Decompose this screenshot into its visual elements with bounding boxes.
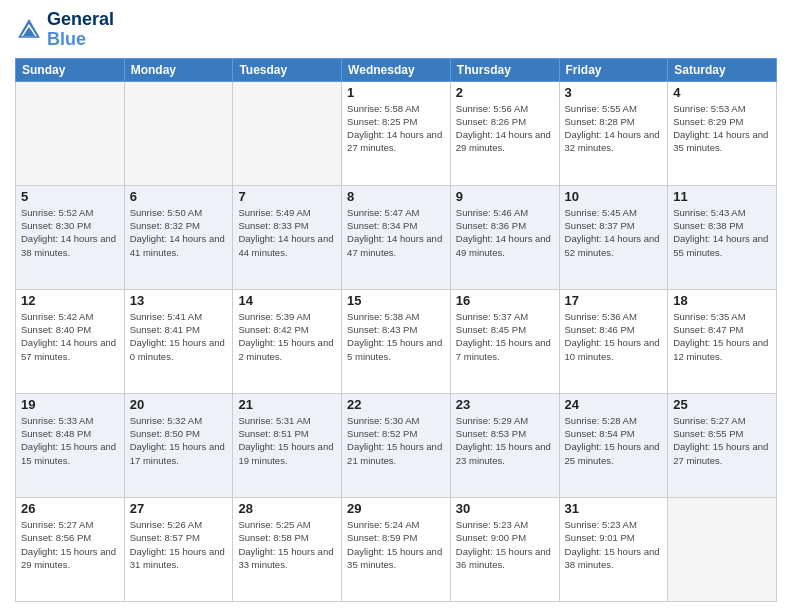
day-number: 2: [456, 85, 554, 100]
day-info: Sunrise: 5:49 AM Sunset: 8:33 PM Dayligh…: [238, 206, 336, 259]
day-number: 11: [673, 189, 771, 204]
day-number: 14: [238, 293, 336, 308]
day-number: 4: [673, 85, 771, 100]
day-number: 8: [347, 189, 445, 204]
day-info: Sunrise: 5:24 AM Sunset: 8:59 PM Dayligh…: [347, 518, 445, 571]
calendar-cell: 28Sunrise: 5:25 AM Sunset: 8:58 PM Dayli…: [233, 497, 342, 601]
day-info: Sunrise: 5:50 AM Sunset: 8:32 PM Dayligh…: [130, 206, 228, 259]
calendar-cell: 19Sunrise: 5:33 AM Sunset: 8:48 PM Dayli…: [16, 393, 125, 497]
calendar-cell: 7Sunrise: 5:49 AM Sunset: 8:33 PM Daylig…: [233, 185, 342, 289]
day-number: 7: [238, 189, 336, 204]
calendar-cell: 20Sunrise: 5:32 AM Sunset: 8:50 PM Dayli…: [124, 393, 233, 497]
calendar-cell: 22Sunrise: 5:30 AM Sunset: 8:52 PM Dayli…: [342, 393, 451, 497]
calendar-cell: [16, 81, 125, 185]
calendar-cell: 3Sunrise: 5:55 AM Sunset: 8:28 PM Daylig…: [559, 81, 668, 185]
day-info: Sunrise: 5:31 AM Sunset: 8:51 PM Dayligh…: [238, 414, 336, 467]
day-info: Sunrise: 5:27 AM Sunset: 8:55 PM Dayligh…: [673, 414, 771, 467]
calendar-cell: 31Sunrise: 5:23 AM Sunset: 9:01 PM Dayli…: [559, 497, 668, 601]
calendar-cell: 10Sunrise: 5:45 AM Sunset: 8:37 PM Dayli…: [559, 185, 668, 289]
calendar-cell: 5Sunrise: 5:52 AM Sunset: 8:30 PM Daylig…: [16, 185, 125, 289]
weekday-header-wednesday: Wednesday: [342, 58, 451, 81]
day-number: 15: [347, 293, 445, 308]
weekday-header-monday: Monday: [124, 58, 233, 81]
week-row-4: 19Sunrise: 5:33 AM Sunset: 8:48 PM Dayli…: [16, 393, 777, 497]
calendar-cell: 1Sunrise: 5:58 AM Sunset: 8:25 PM Daylig…: [342, 81, 451, 185]
day-info: Sunrise: 5:23 AM Sunset: 9:00 PM Dayligh…: [456, 518, 554, 571]
day-info: Sunrise: 5:42 AM Sunset: 8:40 PM Dayligh…: [21, 310, 119, 363]
weekday-header-saturday: Saturday: [668, 58, 777, 81]
calendar-cell: 27Sunrise: 5:26 AM Sunset: 8:57 PM Dayli…: [124, 497, 233, 601]
day-info: Sunrise: 5:27 AM Sunset: 8:56 PM Dayligh…: [21, 518, 119, 571]
day-number: 5: [21, 189, 119, 204]
weekday-header-row: SundayMondayTuesdayWednesdayThursdayFrid…: [16, 58, 777, 81]
day-number: 29: [347, 501, 445, 516]
day-number: 21: [238, 397, 336, 412]
calendar-cell: [233, 81, 342, 185]
day-number: 6: [130, 189, 228, 204]
logo-general: General: [47, 10, 114, 30]
day-info: Sunrise: 5:58 AM Sunset: 8:25 PM Dayligh…: [347, 102, 445, 155]
calendar-cell: 6Sunrise: 5:50 AM Sunset: 8:32 PM Daylig…: [124, 185, 233, 289]
calendar-cell: 23Sunrise: 5:29 AM Sunset: 8:53 PM Dayli…: [450, 393, 559, 497]
day-info: Sunrise: 5:47 AM Sunset: 8:34 PM Dayligh…: [347, 206, 445, 259]
day-info: Sunrise: 5:28 AM Sunset: 8:54 PM Dayligh…: [565, 414, 663, 467]
day-number: 26: [21, 501, 119, 516]
calendar-cell: 30Sunrise: 5:23 AM Sunset: 9:00 PM Dayli…: [450, 497, 559, 601]
day-number: 31: [565, 501, 663, 516]
day-number: 23: [456, 397, 554, 412]
calendar-cell: 17Sunrise: 5:36 AM Sunset: 8:46 PM Dayli…: [559, 289, 668, 393]
day-number: 16: [456, 293, 554, 308]
day-number: 19: [21, 397, 119, 412]
week-row-1: 1Sunrise: 5:58 AM Sunset: 8:25 PM Daylig…: [16, 81, 777, 185]
header: General Blue: [15, 10, 777, 50]
day-info: Sunrise: 5:29 AM Sunset: 8:53 PM Dayligh…: [456, 414, 554, 467]
day-info: Sunrise: 5:23 AM Sunset: 9:01 PM Dayligh…: [565, 518, 663, 571]
weekday-header-sunday: Sunday: [16, 58, 125, 81]
day-info: Sunrise: 5:55 AM Sunset: 8:28 PM Dayligh…: [565, 102, 663, 155]
calendar-cell: 8Sunrise: 5:47 AM Sunset: 8:34 PM Daylig…: [342, 185, 451, 289]
calendar-cell: 14Sunrise: 5:39 AM Sunset: 8:42 PM Dayli…: [233, 289, 342, 393]
logo-blue: Blue: [47, 30, 114, 50]
weekday-header-thursday: Thursday: [450, 58, 559, 81]
day-number: 25: [673, 397, 771, 412]
calendar-table: SundayMondayTuesdayWednesdayThursdayFrid…: [15, 58, 777, 602]
logo: General Blue: [15, 10, 114, 50]
weekday-header-friday: Friday: [559, 58, 668, 81]
day-info: Sunrise: 5:43 AM Sunset: 8:38 PM Dayligh…: [673, 206, 771, 259]
calendar-cell: [124, 81, 233, 185]
day-info: Sunrise: 5:38 AM Sunset: 8:43 PM Dayligh…: [347, 310, 445, 363]
day-number: 13: [130, 293, 228, 308]
calendar-cell: 26Sunrise: 5:27 AM Sunset: 8:56 PM Dayli…: [16, 497, 125, 601]
day-info: Sunrise: 5:52 AM Sunset: 8:30 PM Dayligh…: [21, 206, 119, 259]
calendar-cell: 24Sunrise: 5:28 AM Sunset: 8:54 PM Dayli…: [559, 393, 668, 497]
day-number: 24: [565, 397, 663, 412]
day-number: 27: [130, 501, 228, 516]
day-info: Sunrise: 5:41 AM Sunset: 8:41 PM Dayligh…: [130, 310, 228, 363]
calendar-cell: [668, 497, 777, 601]
calendar-cell: 9Sunrise: 5:46 AM Sunset: 8:36 PM Daylig…: [450, 185, 559, 289]
day-info: Sunrise: 5:32 AM Sunset: 8:50 PM Dayligh…: [130, 414, 228, 467]
calendar-cell: 25Sunrise: 5:27 AM Sunset: 8:55 PM Dayli…: [668, 393, 777, 497]
day-info: Sunrise: 5:36 AM Sunset: 8:46 PM Dayligh…: [565, 310, 663, 363]
calendar-cell: 29Sunrise: 5:24 AM Sunset: 8:59 PM Dayli…: [342, 497, 451, 601]
day-info: Sunrise: 5:37 AM Sunset: 8:45 PM Dayligh…: [456, 310, 554, 363]
day-info: Sunrise: 5:26 AM Sunset: 8:57 PM Dayligh…: [130, 518, 228, 571]
day-info: Sunrise: 5:30 AM Sunset: 8:52 PM Dayligh…: [347, 414, 445, 467]
day-info: Sunrise: 5:46 AM Sunset: 8:36 PM Dayligh…: [456, 206, 554, 259]
page: General Blue SundayMondayTuesdayWednesda…: [0, 0, 792, 612]
day-number: 18: [673, 293, 771, 308]
day-number: 10: [565, 189, 663, 204]
day-number: 20: [130, 397, 228, 412]
week-row-3: 12Sunrise: 5:42 AM Sunset: 8:40 PM Dayli…: [16, 289, 777, 393]
calendar-cell: 11Sunrise: 5:43 AM Sunset: 8:38 PM Dayli…: [668, 185, 777, 289]
logo-icon: [15, 16, 43, 44]
day-number: 3: [565, 85, 663, 100]
day-number: 22: [347, 397, 445, 412]
day-number: 17: [565, 293, 663, 308]
weekday-header-tuesday: Tuesday: [233, 58, 342, 81]
calendar-cell: 16Sunrise: 5:37 AM Sunset: 8:45 PM Dayli…: [450, 289, 559, 393]
day-info: Sunrise: 5:56 AM Sunset: 8:26 PM Dayligh…: [456, 102, 554, 155]
day-info: Sunrise: 5:53 AM Sunset: 8:29 PM Dayligh…: [673, 102, 771, 155]
calendar-cell: 2Sunrise: 5:56 AM Sunset: 8:26 PM Daylig…: [450, 81, 559, 185]
day-number: 9: [456, 189, 554, 204]
